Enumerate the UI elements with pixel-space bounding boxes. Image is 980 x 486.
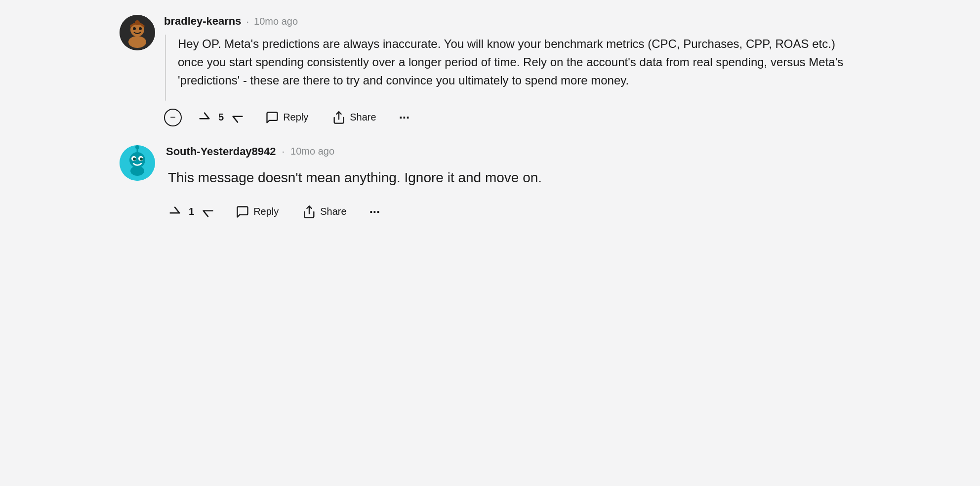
comment-2-content: This message doesn't mean anything. Igno…: [166, 167, 860, 188]
comment-1-content: Hey OP. Meta's predictions are always in…: [176, 35, 860, 90]
vote-group-1: 5: [196, 109, 246, 126]
comment-1-actions: − 5: [164, 108, 860, 127]
comments-container: bradley-kearns · 10mo ago Hey OP. Meta's…: [120, 15, 860, 222]
downvote-icon-2: [201, 205, 215, 219]
share-icon-2: [302, 205, 316, 219]
svg-point-4: [139, 27, 142, 30]
svg-point-15: [135, 145, 139, 149]
comment-2-actions: 1 Reply: [166, 202, 860, 222]
vote-count-1: 5: [218, 112, 224, 123]
comment-2-dot: ·: [282, 146, 285, 157]
collapse-button-1[interactable]: −: [164, 109, 182, 126]
share-button-1[interactable]: Share: [327, 108, 381, 127]
svg-point-3: [133, 27, 136, 30]
more-button-1[interactable]: ···: [395, 109, 414, 126]
comment-1-username: bradley-kearns: [164, 15, 242, 28]
vote-group-2: 1: [166, 203, 217, 221]
share-icon-1: [332, 111, 346, 124]
comment-1-right: Hey OP. Meta's predictions are always in…: [176, 35, 860, 101]
share-label-2: Share: [320, 206, 346, 217]
reply-button-1[interactable]: Reply: [260, 108, 313, 127]
comment-2-timestamp: 10mo ago: [290, 146, 334, 157]
comment-1-body: bradley-kearns · 10mo ago Hey OP. Meta's…: [164, 15, 860, 127]
reply-icon-2: [236, 205, 249, 219]
upvote-button-1[interactable]: [196, 109, 213, 126]
comment-2-body: South-Yesterday8942 · 10mo ago This mess…: [166, 145, 860, 222]
upvote-icon: [198, 111, 211, 124]
comment-2-username: South-Yesterday8942: [166, 145, 276, 158]
reply-label-1: Reply: [283, 112, 308, 123]
svg-point-12: [133, 158, 136, 161]
share-button-2[interactable]: Share: [297, 202, 351, 222]
thread-line-1: [165, 35, 166, 101]
comment-1: bradley-kearns · 10mo ago Hey OP. Meta's…: [120, 15, 860, 127]
vote-count-2: 1: [189, 206, 194, 217]
more-button-2[interactable]: ···: [366, 203, 384, 220]
comment-1-timestamp: 10mo ago: [254, 16, 298, 27]
minus-icon: −: [170, 112, 176, 123]
downvote-button-2[interactable]: [199, 203, 217, 221]
reply-button-2[interactable]: Reply: [231, 202, 284, 222]
svg-point-2: [128, 36, 146, 48]
share-label-1: Share: [350, 112, 376, 123]
downvote-button-1[interactable]: [229, 109, 246, 126]
reply-icon-1: [265, 111, 279, 124]
comment-1-dot: ·: [246, 16, 249, 27]
comment-2: South-Yesterday8942 · 10mo ago This mess…: [120, 145, 860, 222]
upvote-button-2[interactable]: [166, 203, 184, 221]
downvote-icon: [231, 111, 245, 124]
comment-1-header: bradley-kearns · 10mo ago: [164, 15, 860, 28]
avatar-bradley: [120, 15, 155, 50]
upvote-icon-2: [168, 205, 182, 219]
comment-2-header: South-Yesterday8942 · 10mo ago: [166, 145, 860, 158]
avatar-south: [120, 145, 155, 181]
svg-point-13: [140, 158, 143, 161]
svg-point-5: [135, 20, 140, 25]
reply-label-2: Reply: [253, 206, 279, 217]
